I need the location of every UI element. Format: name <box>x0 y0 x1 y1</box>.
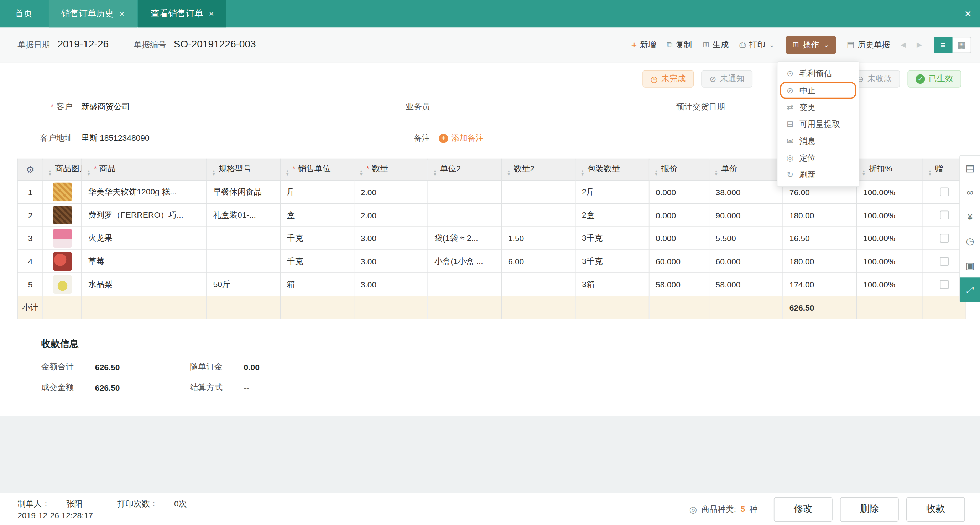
header-product-image[interactable]: 商品图片 <box>43 159 81 181</box>
cell-qty2[interactable]: 6.00 <box>501 250 575 273</box>
cell-qty[interactable]: 3.00 <box>354 273 428 296</box>
delete-button[interactable]: 删除 <box>840 496 899 522</box>
gift-checkbox[interactable] <box>940 280 949 289</box>
cell-qty[interactable]: 2.00 <box>354 204 428 226</box>
menu-item-refresh[interactable]: ↻ 刷新 <box>777 166 859 183</box>
cell-spec[interactable]: 礼盒装01-... <box>207 204 280 226</box>
table-row[interactable]: 4 草莓 千克 3.00 小盒(1小盒 ... 6.00 3千克 60.000 … <box>18 250 966 273</box>
gift-checkbox[interactable] <box>940 210 949 220</box>
tab-view-sales-order[interactable]: 查看销售订单 × <box>138 0 226 27</box>
sort-icon[interactable] <box>507 170 510 176</box>
cell-amount[interactable]: 174.00 <box>783 273 856 296</box>
cell-unit[interactable]: 斤 <box>280 180 354 204</box>
header-unit2[interactable]: 单位2 <box>428 159 501 181</box>
generate-button[interactable]: ⊞ 生成 <box>703 39 729 51</box>
menu-item-available-extract[interactable]: ⊟ 可用量提取 <box>777 116 859 132</box>
cell-qty2[interactable] <box>501 204 575 226</box>
cell-unit2[interactable]: 袋(1袋 ≈ 2... <box>428 226 501 250</box>
menu-item-message[interactable]: ✉ 消息 <box>777 132 859 149</box>
cell-spec[interactable]: 50斤 <box>207 273 280 296</box>
sort-icon[interactable] <box>714 170 718 176</box>
cell-discount[interactable]: 100.00% <box>856 273 923 296</box>
cell-qty2[interactable] <box>501 273 575 296</box>
header-pack-quantity[interactable]: 包装数量 <box>576 159 649 181</box>
cell-unit2[interactable] <box>428 204 501 226</box>
cell-qty2[interactable]: 1.50 <box>501 226 575 250</box>
cell-quote[interactable]: 0.000 <box>649 204 709 226</box>
header-discount[interactable]: 折扣% <box>856 159 923 181</box>
cell-pack-qty[interactable]: 2斤 <box>576 180 649 204</box>
receive-payment-button[interactable]: 收款 <box>906 496 965 522</box>
sort-icon[interactable] <box>359 170 363 176</box>
sort-icon[interactable] <box>862 170 865 176</box>
list-view-button[interactable]: ≡ <box>934 37 953 53</box>
cell-quote[interactable]: 58.000 <box>649 273 709 296</box>
cell-discount[interactable]: 100.00% <box>856 226 923 250</box>
menu-item-profit-estimate[interactable]: ⊙ 毛利预估 <box>777 65 859 82</box>
sort-icon[interactable] <box>433 170 437 176</box>
cell-unit2[interactable]: 小盒(1小盒 ... <box>428 250 501 273</box>
header-sales-unit[interactable]: *销售单位 <box>280 159 354 181</box>
cell-price[interactable]: 38.000 <box>709 180 783 204</box>
gift-checkbox[interactable] <box>940 257 949 266</box>
header-unit-price[interactable]: 单价 <box>709 159 783 181</box>
header-quantity2[interactable]: 数量2 <box>501 159 575 181</box>
cell-unit[interactable]: 盒 <box>280 204 354 226</box>
product-thumbnail[interactable] <box>53 275 72 294</box>
header-product[interactable]: *商品 <box>81 159 207 181</box>
gift-checkbox[interactable] <box>940 188 949 197</box>
table-row[interactable]: 5 水晶梨 50斤 箱 3.00 3箱 58.000 58.000 174.00… <box>18 273 966 296</box>
cell-qty[interactable]: 3.00 <box>354 250 428 273</box>
cell-qty[interactable]: 2.00 <box>354 180 428 204</box>
cell-price[interactable]: 60.000 <box>709 250 783 273</box>
cell-product[interactable]: 火龙果 <box>81 226 207 250</box>
rail-doc-button[interactable]: ▤ <box>960 156 980 180</box>
next-arrow-icon[interactable]: ▶ <box>916 41 922 49</box>
gift-checkbox[interactable] <box>940 234 949 243</box>
cell-qty2[interactable] <box>501 180 575 204</box>
cell-amount[interactable]: 180.00 <box>783 204 856 226</box>
cell-pack-qty[interactable]: 3千克 <box>576 250 649 273</box>
rail-package-button[interactable]: ▣ <box>960 253 980 277</box>
rail-expand-button[interactable]: ⤢ <box>960 277 980 302</box>
column-settings-icon[interactable]: ⚙ <box>26 164 35 175</box>
copy-button[interactable]: ⧉ 复制 <box>667 39 692 51</box>
cell-discount[interactable]: 100.00% <box>856 250 923 273</box>
tab-home[interactable]: 首页 <box>0 0 47 27</box>
cell-amount[interactable]: 16.50 <box>783 226 856 250</box>
close-tab-icon[interactable]: × <box>119 9 124 19</box>
tab-sales-order-history[interactable]: 销售订单历史 × <box>49 0 137 27</box>
sort-icon[interactable] <box>286 170 289 176</box>
sort-icon[interactable] <box>87 170 91 176</box>
close-tab-icon[interactable]: × <box>209 9 214 19</box>
product-thumbnail[interactable] <box>53 229 72 248</box>
cell-price[interactable]: 90.000 <box>709 204 783 226</box>
cell-spec[interactable] <box>207 226 280 250</box>
sort-icon[interactable] <box>928 170 932 176</box>
print-button[interactable]: ⎙ 打印 ⌄ <box>739 39 775 51</box>
sort-icon[interactable] <box>212 170 215 176</box>
cell-discount[interactable]: 100.00% <box>856 204 923 226</box>
sort-icon[interactable] <box>654 170 658 176</box>
cell-product[interactable]: 费列罗（FERRERO）巧... <box>81 204 207 226</box>
header-quote[interactable]: 报价 <box>649 159 709 181</box>
modify-button[interactable]: 修改 <box>774 496 832 522</box>
cell-unit2[interactable] <box>428 180 501 204</box>
add-remark-link[interactable]: + 添加备注 <box>439 132 484 144</box>
cell-product[interactable]: 水晶梨 <box>81 273 207 296</box>
menu-item-abort[interactable]: ⊘ 中止 <box>780 82 856 99</box>
cell-quote[interactable]: 0.000 <box>649 226 709 250</box>
rail-link-button[interactable]: ∞ <box>960 180 980 204</box>
close-all-icon[interactable]: × <box>965 0 971 27</box>
sort-icon[interactable] <box>48 170 52 176</box>
cell-product[interactable]: 草莓 <box>81 250 207 273</box>
cell-unit[interactable]: 千克 <box>280 226 354 250</box>
cell-spec[interactable]: 早餐休闲食品 <box>207 180 280 204</box>
product-thumbnail[interactable] <box>53 182 72 201</box>
rail-history-button[interactable]: ◷ <box>960 229 980 253</box>
prev-arrow-icon[interactable]: ◀ <box>900 41 906 49</box>
cell-unit[interactable]: 箱 <box>280 273 354 296</box>
history-docs-button[interactable]: ▤ 历史单据 <box>847 39 890 51</box>
cell-pack-qty[interactable]: 3箱 <box>576 273 649 296</box>
sort-icon[interactable] <box>581 170 584 176</box>
